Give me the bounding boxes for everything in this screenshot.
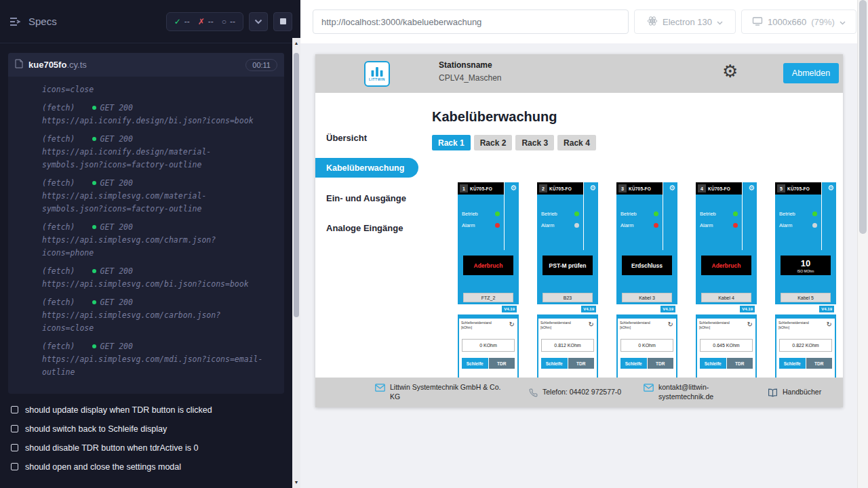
tab-rack-2[interactable]: Rack 2 bbox=[474, 135, 513, 150]
card-settings-icon[interactable]: ⚙ bbox=[589, 183, 596, 193]
page-scrollbar[interactable] bbox=[857, 0, 868, 488]
schleife-button[interactable]: Schleife bbox=[779, 358, 806, 369]
betrieb-led bbox=[574, 211, 579, 216]
version-badge: V4.19 bbox=[740, 306, 755, 312]
log-url-line: https://api.iconify.design/material- bbox=[42, 146, 277, 159]
measurement-panel: Schleifenwiderstand [kOhm] ↻ 0.822 KOhm … bbox=[776, 319, 835, 386]
logout-button[interactable]: Abmelden bbox=[783, 63, 839, 83]
schleife-button[interactable]: Schleife bbox=[620, 358, 647, 369]
log-entry[interactable]: (fetch)GET 200 https://api.simplesvg.com… bbox=[42, 177, 277, 216]
status-dot-icon bbox=[92, 300, 96, 304]
card-number-badge: 4 bbox=[698, 184, 706, 192]
schleife-button[interactable]: Schleife bbox=[541, 358, 568, 369]
card-divider bbox=[742, 182, 743, 250]
spec-header[interactable]: kue705fo.cy.ts 00:11 bbox=[8, 53, 284, 77]
runner-scrollbar-thumb[interactable] bbox=[294, 53, 299, 317]
test-item[interactable]: should update display when TDR button is… bbox=[11, 401, 291, 420]
card-number-badge: 3 bbox=[618, 184, 627, 192]
footer-company: Littwin Systemtechnik GmbH & Co. KG bbox=[375, 383, 511, 401]
log-entry[interactable]: (fetch)GET 200 https://api.simplesvg.com… bbox=[42, 340, 277, 379]
test-title: should switch back to Schleife display bbox=[25, 424, 167, 434]
viewport-zoom: (79%) bbox=[811, 17, 835, 27]
log-entry[interactable]: (fetch)GET 200 https://api.iconify.desig… bbox=[42, 133, 277, 171]
device-card: 4 KÜ705-FO ⚙ Betrieb Alarm Aderbruch Kab… bbox=[696, 182, 757, 386]
refresh-icon[interactable]: ↻ bbox=[509, 321, 515, 328]
phone-icon bbox=[529, 388, 538, 397]
log-entry[interactable]: (fetch)GET 200 https://api.iconify.desig… bbox=[42, 102, 277, 127]
version-badge: V4.19 bbox=[581, 306, 596, 312]
spec-file-ext: .cy.ts bbox=[66, 60, 86, 70]
cable-name: Kabel 4 bbox=[701, 293, 751, 302]
status-sub-text: ISO MOhm bbox=[797, 269, 814, 273]
tdr-button[interactable]: TDR bbox=[489, 358, 515, 369]
measurement-value: 0.822 KOhm bbox=[779, 339, 832, 352]
status-text: PST-M prüfen bbox=[549, 262, 587, 269]
browser-select[interactable]: Electron 130 bbox=[634, 9, 736, 34]
alarm-label: Alarm bbox=[779, 222, 793, 228]
url-input[interactable] bbox=[313, 9, 629, 34]
status-display: Aderbruch bbox=[463, 256, 513, 275]
specs-menu-icon[interactable] bbox=[8, 15, 22, 28]
log-url-line[interactable]: icons=close bbox=[42, 83, 277, 96]
log-entry[interactable]: (fetch)GET 200 https://api.simplesvg.com… bbox=[42, 265, 277, 291]
spec-file-name: kue705fo.cy.ts bbox=[28, 60, 87, 70]
card-settings-icon[interactable]: ⚙ bbox=[748, 183, 755, 193]
tab-rack-3[interactable]: Rack 3 bbox=[515, 135, 554, 150]
scroll-down-icon[interactable]: ▼ bbox=[292, 479, 300, 487]
led-row-alarm: Alarm bbox=[620, 222, 658, 228]
chevron-down-icon bbox=[840, 17, 846, 27]
status-dot-icon bbox=[92, 181, 96, 185]
footer-phone-text: Telefon: 04402 972577-0 bbox=[542, 388, 626, 397]
schleife-button[interactable]: Schleife bbox=[700, 358, 726, 369]
tab-rack-1[interactable]: Rack 1 bbox=[432, 135, 471, 150]
status-text: Erdschluss bbox=[631, 262, 663, 269]
chevron-down-icon bbox=[717, 17, 723, 27]
page-scrollbar-thumb[interactable] bbox=[859, 0, 867, 234]
app-preview: LITTWIN Stationsname CPLV4_Maschen ⚙ Abm… bbox=[315, 54, 843, 407]
schleife-button[interactable]: Schleife bbox=[462, 358, 488, 369]
betrieb-label: Betrieb bbox=[700, 211, 716, 217]
tdr-button[interactable]: TDR bbox=[806, 358, 833, 369]
test-item[interactable]: should open and close the settings modal bbox=[11, 458, 291, 476]
log-entry[interactable]: (fetch)GET 200 https://api.simplesvg.com… bbox=[42, 296, 277, 335]
footer-manuals[interactable]: Handbücher bbox=[768, 388, 821, 397]
viewport-select[interactable]: 1000x660 (79%) bbox=[741, 9, 856, 34]
sidebar-item-analoge-eingaenge[interactable]: Analoge Eingänge bbox=[315, 213, 418, 243]
device-card: 2 KÜ705-FO ⚙ Betrieb Alarm PST-M prüfen … bbox=[537, 182, 598, 386]
footer-email[interactable]: kontakt@littwin-systemtechnik.de bbox=[644, 383, 750, 401]
cable-name: B23 bbox=[542, 293, 593, 302]
card-settings-icon[interactable]: ⚙ bbox=[827, 183, 834, 193]
refresh-icon[interactable]: ↻ bbox=[668, 321, 673, 328]
runner-scrollbar[interactable]: ▲ ▼ bbox=[292, 38, 300, 488]
sidebar-item-kabelueberwachung[interactable]: Kabelüberwachung bbox=[315, 158, 418, 178]
log-url-line: https://api.simplesvg.com/mdi.json?icons… bbox=[42, 353, 277, 366]
tdr-button[interactable]: TDR bbox=[727, 358, 753, 369]
test-item[interactable]: should switch back to Schleife display bbox=[11, 420, 291, 439]
tab-rack-4[interactable]: Rack 4 bbox=[557, 135, 596, 150]
log-command: (fetch) bbox=[42, 222, 75, 232]
specs-label[interactable]: Specs bbox=[28, 16, 57, 27]
log-entry[interactable]: (fetch)GET 200 https://api.simplesvg.com… bbox=[42, 221, 277, 260]
log-status: GET 200 bbox=[92, 103, 132, 113]
collapse-button[interactable] bbox=[249, 12, 268, 31]
refresh-icon[interactable]: ↻ bbox=[589, 321, 594, 328]
log-url-line: https://api.simplesvg.com/charm.json? bbox=[42, 234, 277, 247]
led-row-betrieb: Betrieb bbox=[541, 211, 579, 217]
card-settings-icon[interactable]: ⚙ bbox=[510, 183, 517, 193]
scroll-up-icon[interactable]: ▲ bbox=[292, 39, 300, 47]
settings-gear-icon[interactable]: ⚙ bbox=[722, 62, 738, 80]
card-settings-icon[interactable]: ⚙ bbox=[669, 183, 675, 193]
tdr-button[interactable]: TDR bbox=[568, 358, 595, 369]
refresh-icon[interactable]: ↻ bbox=[747, 321, 753, 328]
tdr-button[interactable]: TDR bbox=[648, 358, 674, 369]
test-item[interactable]: should disable TDR button when tdrActive… bbox=[11, 439, 291, 458]
x-icon: ✗ bbox=[198, 17, 205, 26]
refresh-icon[interactable]: ↻ bbox=[827, 321, 832, 328]
betrieb-label: Betrieb bbox=[462, 211, 478, 217]
version-row: V4.19 bbox=[537, 304, 598, 314]
stop-icon bbox=[280, 18, 286, 24]
status-display: 10 ISO MOhm bbox=[781, 256, 831, 275]
stop-button[interactable] bbox=[273, 12, 292, 31]
sidebar-item-uebersicht[interactable]: Übersicht bbox=[315, 123, 418, 152]
sidebar-item-ein-und-ausgaenge[interactable]: Ein- und Ausgänge bbox=[315, 183, 418, 213]
